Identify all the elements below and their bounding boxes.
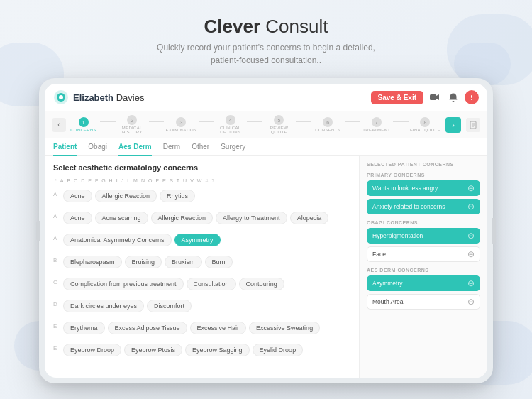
step-item-concerns[interactable]: 1 CONCERNS	[68, 117, 99, 132]
alpha-M[interactable]: M	[132, 177, 139, 184]
alpha-N[interactable]: N	[140, 177, 146, 184]
step-doc-icon[interactable]	[466, 118, 480, 132]
alpha-D[interactable]: D	[79, 177, 86, 184]
selected-tag-mouth-area[interactable]: Mouth Area ⊖	[367, 294, 480, 310]
selected-tag-anxiety[interactable]: Anxiety related to concerns ⊖	[367, 199, 480, 214]
tag-contouring[interactable]: Contouring	[239, 278, 284, 290]
alpha-F[interactable]: F	[94, 177, 99, 184]
selected-tag-face[interactable]: Face ⊖	[367, 246, 480, 262]
alpha-G[interactable]: G	[100, 177, 106, 184]
tag-allergic2[interactable]: Allergic Reaction	[151, 212, 214, 224]
tag-acne[interactable]: Acne	[63, 190, 92, 202]
tag-erythema[interactable]: Erythema	[63, 322, 105, 334]
tag-excess-adipose[interactable]: Excess Adipose Tissue	[108, 322, 187, 334]
concern-row-e2: E Eyebrow Droop Eyebrow Ptosis Eyebrow S…	[53, 344, 350, 361]
concern-tags: Acne Acne scarring Allergic Reaction All…	[63, 212, 328, 224]
alpha-E[interactable]: E	[87, 177, 93, 184]
alpha-P[interactable]: P	[154, 177, 160, 184]
tag-allergic-reaction[interactable]: Allergic Reaction	[95, 190, 157, 202]
alpha-hash[interactable]: #	[204, 177, 209, 184]
steps-container: 1 CONCERNS 2 MEDICAL HISTORY 3 EXAMINATI…	[68, 115, 440, 134]
tag-consultation[interactable]: Consultation	[187, 278, 236, 290]
tag-bruising[interactable]: Bruising	[125, 256, 162, 268]
alpha-U[interactable]: U	[182, 177, 188, 184]
step-item-clinical[interactable]: 4 CLINICAL OPTIONS	[215, 115, 245, 134]
step-item-medical[interactable]: 2 MEDICAL HISTORY	[117, 115, 148, 134]
tag-burn[interactable]: Burn	[205, 256, 233, 268]
save-exit-button[interactable]: Save & Exit	[371, 91, 423, 104]
tab-other[interactable]: Other	[192, 138, 209, 156]
step-label-final: FINAL QUOTE	[410, 128, 440, 132]
selected-tag-hyperpigmentation[interactable]: Hyperpigmentation ⊖	[367, 228, 480, 244]
step-connector	[393, 121, 409, 122]
step-item-treatment[interactable]: 7 TREATMENT	[361, 117, 392, 132]
alpha-L[interactable]: L	[126, 177, 131, 184]
tab-patient[interactable]: Patient	[53, 138, 77, 156]
alphabet-filter: * A B C D E F G H I J L M N O P R	[53, 177, 350, 184]
notification-badge[interactable]	[465, 90, 479, 104]
remove-button[interactable]: ⊖	[467, 202, 475, 211]
tab-obagi[interactable]: Obagi	[88, 138, 107, 156]
alpha-A[interactable]: A	[59, 177, 65, 184]
tag-eyelid-droop[interactable]: Eyelid Droop	[253, 344, 304, 356]
alpha-J[interactable]: J	[120, 177, 126, 184]
selected-tag-angry[interactable]: Wants to look less angry ⊖	[367, 180, 480, 196]
bell-icon[interactable]	[446, 90, 460, 104]
tag-acne2[interactable]: Acne	[63, 212, 92, 224]
selected-tag-text: Asymmetry	[372, 280, 403, 287]
tag-alopecia[interactable]: Alopecia	[290, 212, 329, 224]
tag-complication[interactable]: Complication from previous treatment	[63, 278, 184, 290]
alpha-star[interactable]: *	[53, 177, 58, 184]
alpha-W[interactable]: W	[196, 177, 204, 184]
tag-discomfort[interactable]: Discomfort	[147, 300, 192, 312]
remove-button[interactable]: ⊖	[467, 231, 475, 240]
alpha-C[interactable]: C	[72, 177, 79, 184]
tag-asymmetry[interactable]: Asymmetry	[174, 234, 221, 246]
row-letter: A	[53, 212, 59, 219]
concern-tags: Eyebrow Droop Eyebrow Ptosis Eyebrow Sag…	[63, 344, 303, 356]
alpha-question[interactable]: ?	[210, 177, 216, 184]
alpha-R[interactable]: R	[161, 177, 167, 184]
tab-surgery[interactable]: Surgery	[221, 138, 245, 156]
selected-tag-asymmetry[interactable]: Asymmetry ⊖	[367, 275, 480, 291]
tag-anatomical[interactable]: Anatomical Asymmetry Concerns	[63, 234, 172, 246]
alpha-I[interactable]: I	[115, 177, 119, 184]
tag-eyebrow-ptosis[interactable]: Eyebrow Ptosis	[124, 344, 182, 356]
tag-acne-scarring[interactable]: Acne scarring	[95, 212, 148, 224]
tag-blepharospasm[interactable]: Blepharospasm	[63, 256, 122, 268]
step-next-button[interactable]: ›	[445, 117, 461, 133]
tab-derm[interactable]: Derm	[163, 138, 180, 156]
tag-excessive-hair[interactable]: Excessive Hair	[190, 322, 247, 334]
step-back-button[interactable]: ‹	[52, 118, 66, 132]
tag-allergy-treatment[interactable]: Allergy to Treatment	[216, 212, 287, 224]
remove-button[interactable]: ⊖	[467, 279, 475, 288]
tag-eyebrow-droop[interactable]: Eyebrow Droop	[63, 344, 121, 356]
alpha-O[interactable]: O	[147, 177, 153, 184]
step-label-concerns: CONCERNS	[70, 128, 96, 132]
row-letter: A	[53, 234, 59, 241]
remove-button[interactable]: ⊖	[467, 297, 475, 306]
step-item-review[interactable]: 5 REVIEW QUOTE	[264, 115, 294, 134]
alpha-V[interactable]: V	[189, 177, 195, 184]
alpha-H[interactable]: H	[108, 177, 114, 184]
remove-button[interactable]: ⊖	[467, 250, 475, 258]
step-label-medical: MEDICAL HISTORY	[117, 126, 148, 134]
alpha-S[interactable]: S	[168, 177, 174, 184]
concern-row-b: B Blepharospasm Bruising Bruxism Burn	[53, 256, 350, 273]
step-item-final[interactable]: 8 FINAL QUOTE	[410, 117, 440, 132]
tab-aes-derm[interactable]: Aes Derm	[118, 138, 152, 156]
svg-point-2	[59, 95, 63, 99]
tag-bruxism[interactable]: Bruxism	[165, 256, 202, 268]
svg-rect-3	[430, 94, 436, 100]
alpha-B[interactable]: B	[65, 177, 72, 184]
step-item-consents[interactable]: 6 CONSENTS	[313, 117, 343, 132]
left-panel: Select aesthetic dermatology concerns * …	[45, 156, 360, 378]
video-icon[interactable]	[428, 90, 442, 104]
tag-dark-circles[interactable]: Dark circles under eyes	[63, 300, 144, 312]
tag-excessive-sweating[interactable]: Excessive Sweating	[249, 322, 320, 334]
alpha-T[interactable]: T	[175, 177, 181, 184]
remove-button[interactable]: ⊖	[467, 184, 475, 192]
step-item-exam[interactable]: 3 EXAMINATION	[165, 117, 196, 132]
tag-rhytids[interactable]: Rhytids	[160, 190, 195, 202]
tag-eyebrow-sagging[interactable]: Eyebrow Sagging	[185, 344, 250, 356]
